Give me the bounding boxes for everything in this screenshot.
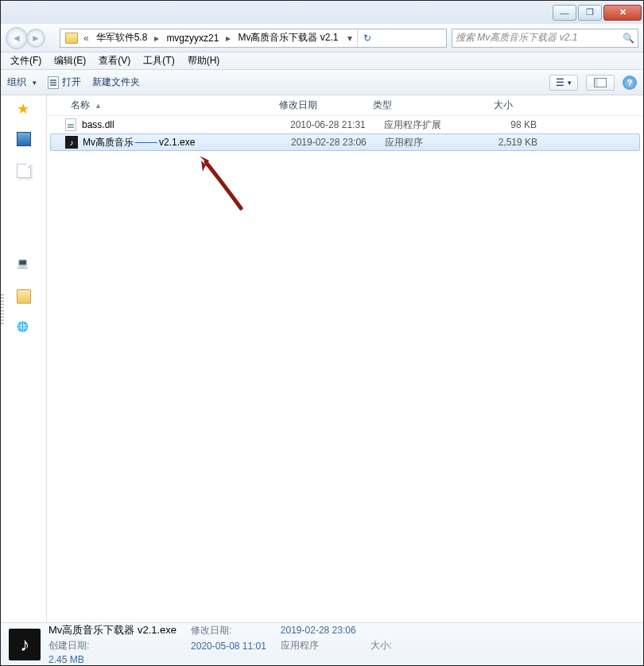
file-rows: bass.dll 2010-06-28 21:31 应用程序扩展 98 KB ♪… (47, 116, 643, 622)
size-value: 2.45 MB (48, 654, 177, 665)
computer-icon[interactable]: 💻 (17, 257, 31, 272)
sidebar-grip[interactable] (1, 294, 4, 326)
file-list: 名称 ▲ 修改日期 类型 大小 bass.dll 2010-06-28 21:3… (47, 95, 643, 622)
open-button[interactable]: 打开 (48, 76, 81, 89)
menu-help[interactable]: 帮助(H) (181, 52, 227, 69)
search-icon[interactable]: 🔍 (623, 33, 634, 44)
file-name: Mv高质音乐 v2.1.exe (83, 136, 291, 149)
body: ★ 💻 🌐 名称 ▲ 修改日期 类型 大小 (1, 95, 643, 622)
mod-date-label: 修改日期: (191, 624, 266, 637)
truncation-line (135, 142, 157, 143)
breadcrumb-seg-1[interactable]: mvgzyyxz21 (161, 33, 223, 44)
menu-edit[interactable]: 编辑(E) (48, 52, 92, 69)
chevron-right-icon[interactable]: ▸ (152, 33, 161, 44)
menu-view[interactable]: 查看(V) (92, 52, 137, 69)
col-size[interactable]: 大小 (456, 99, 519, 112)
close-button[interactable]: ✕ (603, 5, 642, 21)
breadcrumb-seg-0[interactable]: 华军软件5.8 (91, 31, 153, 45)
menu-tools[interactable]: 工具(T) (137, 52, 180, 69)
navigation-pane[interactable]: ★ 💻 🌐 (1, 95, 47, 622)
menu-bar: 文件(F) 编辑(E) 查看(V) 工具(T) 帮助(H) (1, 52, 643, 70)
organize-button[interactable]: 组织 (7, 76, 37, 89)
new-folder-button[interactable]: 新建文件夹 (92, 76, 140, 89)
file-name: bass.dll (82, 119, 290, 130)
file-type: 应用程序扩展 (384, 118, 473, 132)
file-type: 应用程序 (385, 136, 474, 149)
pane-icon (594, 78, 607, 87)
details-pane: ♪ Mv高质音乐下载器 v2.1.exe 修改日期: 2019-02-28 23… (1, 622, 643, 665)
breadcrumb-seg-2[interactable]: Mv高质音乐下载器 v2.1 (233, 31, 343, 45)
create-date-value: 2020-05-08 11:01 (191, 641, 266, 652)
details-meta: Mv高质音乐下载器 v2.1.exe 修改日期: 2019-02-28 23:0… (48, 623, 392, 665)
titlebar: — ❐ ✕ (1, 1, 643, 24)
nav-buttons: ◄ ► (6, 27, 55, 49)
size-label: 大小: (370, 639, 392, 652)
desktop-icon[interactable] (17, 132, 31, 146)
help-button[interactable]: ? (623, 76, 637, 90)
libraries-icon[interactable] (17, 164, 31, 178)
col-name[interactable]: 名称 ▲ (64, 99, 273, 112)
favorites-icon[interactable]: ★ (17, 100, 31, 114)
minimize-button[interactable]: — (553, 5, 576, 21)
details-type: 应用程序 (281, 639, 356, 652)
col-date[interactable]: 修改日期 (273, 99, 367, 112)
column-headers: 名称 ▲ 修改日期 类型 大小 (47, 95, 643, 116)
folder-icon (65, 33, 78, 44)
network-icon[interactable]: 🌐 (17, 321, 31, 335)
open-icon (48, 76, 59, 89)
chevron-right-icon[interactable]: ▸ (223, 33, 233, 44)
col-type[interactable]: 类型 (367, 99, 456, 112)
file-date: 2010-06-28 21:31 (290, 119, 384, 130)
path-dropdown-icon[interactable]: ▾ (343, 33, 357, 44)
refresh-button[interactable]: ↻ (357, 29, 376, 47)
window-controls: — ❐ ✕ (551, 5, 642, 21)
create-date-label: 创建日期: (48, 639, 177, 652)
breadcrumb[interactable]: « 华军软件5.8 ▸ mvgzyyxz21 ▸ Mv高质音乐下载器 v2.1 … (60, 29, 447, 48)
dll-file-icon (64, 118, 77, 131)
toolbar-right: ☰ ? (549, 75, 637, 91)
overflow-chevron-icon[interactable]: « (81, 33, 91, 44)
menu-file[interactable]: 文件(F) (4, 52, 48, 69)
breadcrumb-path: « 华军软件5.8 ▸ mvgzyyxz21 ▸ Mv高质音乐下载器 v2.1 (81, 29, 343, 47)
view-mode-button[interactable]: ☰ (549, 75, 578, 91)
search-input[interactable]: 搜索 Mv高质音乐下载器 v2.1 🔍 (452, 29, 638, 48)
explorer-window: — ❐ ✕ ◄ ► « 华军软件5.8 ▸ mvgzyyxz21 ▸ Mv高质音… (0, 0, 644, 666)
back-button[interactable]: ◄ (6, 27, 28, 49)
file-row-selected[interactable]: ♪ Mv高质音乐 v2.1.exe 2019-02-28 23:06 应用程序 … (50, 134, 640, 151)
forward-button[interactable]: ► (26, 29, 45, 48)
file-size: 2,519 KB (474, 137, 537, 148)
address-bar: ◄ ► « 华军软件5.8 ▸ mvgzyyxz21 ▸ Mv高质音乐下载器 v… (1, 24, 643, 52)
file-size: 98 KB (473, 119, 537, 130)
file-large-icon: ♪ (9, 629, 41, 660)
preview-pane-button[interactable] (586, 75, 615, 91)
file-date: 2019-02-28 23:06 (291, 137, 385, 148)
search-placeholder: 搜索 Mv高质音乐下载器 v2.1 (456, 31, 577, 45)
file-row[interactable]: bass.dll 2010-06-28 21:31 应用程序扩展 98 KB (47, 116, 643, 134)
sort-asc-icon: ▲ (95, 102, 102, 110)
mod-date-value: 2019-02-28 23:06 (281, 625, 356, 636)
open-label: 打开 (62, 76, 81, 89)
toolbar: 组织 打开 新建文件夹 ☰ ? (1, 70, 643, 95)
exe-file-icon: ♪ (65, 136, 78, 149)
details-title: Mv高质音乐下载器 v2.1.exe (48, 623, 177, 637)
maximize-button[interactable]: ❐ (578, 5, 602, 21)
folder-nav-icon[interactable] (17, 289, 31, 304)
